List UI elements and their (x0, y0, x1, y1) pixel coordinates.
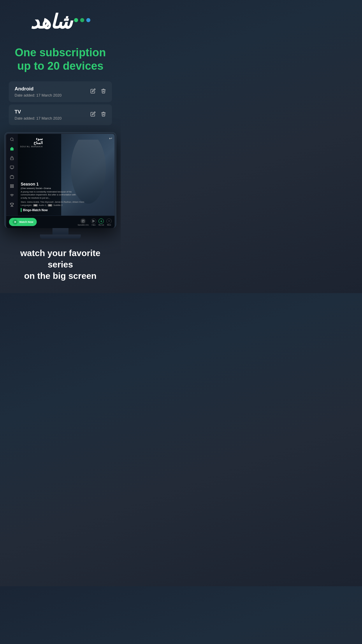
tv-main-content: ↩ سوءالمناخ SOU'AL MANAKH Season 1 (One … (18, 134, 115, 216)
svg-rect-6 (10, 176, 14, 178)
mylist-label: My List (99, 224, 104, 226)
tv-section: ↩ سوءالمناخ SOU'AL MANAKH Season 1 (One … (0, 129, 121, 239)
edit-icon-android[interactable] (90, 88, 96, 95)
device-info-tv: TV Date added: 17 March 2020 (15, 109, 90, 120)
arabic-show-title: سوءالمناخ (20, 137, 43, 145)
delete-icon-android[interactable] (101, 88, 106, 95)
clips-label: Clips (92, 224, 95, 226)
season-label: Season 1 (21, 182, 112, 186)
device-card-tv: TV Date added: 17 March 2020 (9, 104, 112, 125)
binge-badge: Binge-Watch Now (21, 208, 112, 212)
languages-text: Languages: AD Audio 1, CC Subtitle 2 (21, 204, 112, 206)
tv-content-area: ↩ سوءالمناخ SOU'AL MANAKH Season 1 (One … (6, 134, 115, 216)
tv-show-logo: سوءالمناخ SOU'AL MANAKH (20, 137, 43, 148)
tv-text-content: Season 1 (One season) Social • Drama A y… (18, 180, 115, 216)
header: شاهد (0, 0, 121, 37)
svg-marker-13 (93, 220, 94, 222)
description-text: A young man is constantly mistreated bec… (21, 190, 78, 200)
svg-rect-8 (12, 185, 13, 186)
tagline-section: One subscription up to 20 devices (0, 37, 121, 76)
play-triangle (15, 221, 16, 223)
edit-icon-tv[interactable] (90, 111, 96, 118)
svg-point-0 (10, 138, 13, 141)
transliterated-title: SOU'AL MANAKH (20, 145, 43, 148)
sidebar-home-icon (10, 147, 14, 151)
tv-stand (3, 228, 118, 239)
tv-action-buttons: Episodes (11) Clips + M (78, 218, 112, 226)
episodes-button[interactable]: Episodes (11) (78, 218, 89, 226)
dot-1 (74, 18, 78, 22)
tagline-text: One subscription up to 20 devices (12, 46, 109, 73)
device-actions-android (90, 88, 106, 95)
mylist-add-icon: + (99, 218, 104, 224)
device-name-android: Android (15, 86, 90, 92)
sidebar-search-icon (10, 137, 14, 142)
logo: شاهد (30, 12, 90, 32)
device-date-android: Date added: 17 March 2020 (15, 93, 90, 97)
dot-3 (86, 18, 90, 22)
stars-text: Stars: Zahra Arafat, Trke Alyousef, Jama… (21, 201, 112, 203)
dot-2 (80, 18, 84, 22)
device-actions-tv (90, 111, 106, 118)
sidebar-monitor-icon (10, 165, 14, 170)
clips-button[interactable]: Clips (91, 218, 96, 226)
logo-dots (74, 18, 90, 22)
delete-icon-tv[interactable] (101, 111, 106, 118)
svg-rect-10 (12, 186, 13, 188)
svg-rect-2 (10, 158, 14, 160)
svg-rect-9 (10, 186, 12, 188)
stand-neck-area (52, 228, 68, 235)
binge-bar (21, 208, 22, 212)
device-info-android: Android Date added: 17 March 2020 (15, 86, 90, 97)
stand-base (40, 235, 81, 239)
bottom-text-section: watch your favorite series on the big sc… (0, 239, 121, 293)
tv-sidebar (6, 134, 18, 216)
play-circle-icon (13, 219, 18, 225)
genre-label: (One season) Social • Drama (21, 187, 112, 190)
logo-text: شاهد (30, 12, 72, 32)
watch-now-button[interactable]: Watch Now (9, 218, 37, 226)
sidebar-trophy-icon (10, 203, 14, 207)
rewind-icon: ↩ (109, 136, 112, 141)
svg-rect-3 (10, 166, 14, 168)
device-card-android: Android Date added: 17 March 2020 (9, 81, 112, 102)
clips-icon (91, 218, 96, 224)
episodes-icon (80, 218, 86, 224)
sidebar-tv-icon (10, 175, 14, 179)
svg-rect-7 (10, 185, 12, 186)
sidebar-lock-icon (10, 156, 14, 161)
tv-screen: ↩ سوءالمناخ SOU'AL MANAKH Season 1 (One … (6, 134, 115, 228)
bottom-tagline: watch your favorite series on the big sc… (12, 247, 109, 281)
cc-badge: CC (48, 204, 52, 206)
more-icon: ··· (106, 218, 112, 224)
tv-bottom-bar: Watch Now Episodes (11) (6, 216, 115, 228)
ad-badge: AD (33, 204, 38, 206)
device-date-tv: Date added: 17 March 2020 (15, 116, 90, 120)
more-label: More (107, 224, 111, 226)
more-button[interactable]: ··· More (106, 218, 112, 226)
binge-label: Binge-Watch Now (23, 209, 48, 212)
tv-frame: ↩ سوءالمناخ SOU'AL MANAKH Season 1 (One … (4, 132, 116, 228)
svg-line-1 (13, 140, 14, 141)
sidebar-grid-icon (10, 184, 14, 189)
stand-neck (52, 228, 68, 235)
sidebar-signal-icon (10, 193, 14, 198)
episodes-label: Episodes (11) (78, 224, 89, 226)
device-name-tv: TV (15, 109, 90, 115)
devices-section: Android Date added: 17 March 2020 (0, 76, 121, 129)
mylist-button[interactable]: + My List (99, 218, 104, 226)
